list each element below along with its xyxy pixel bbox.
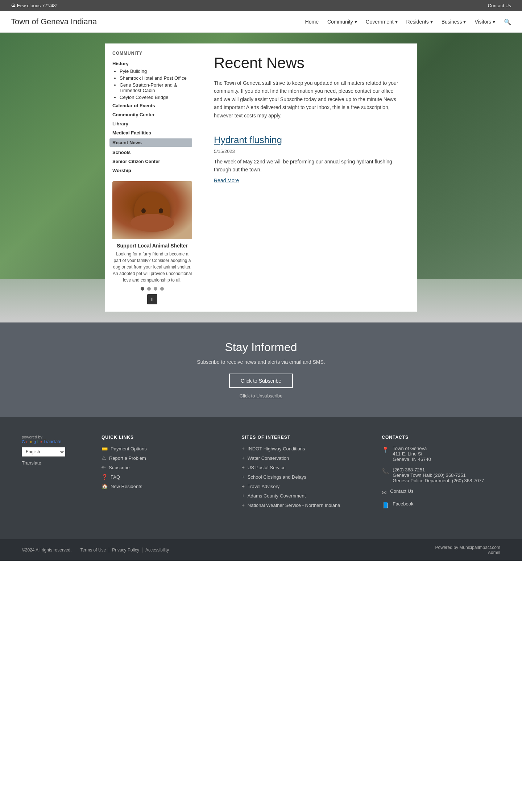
sidebar-link-medical[interactable]: Medical Facilities (112, 129, 192, 136)
footer-link-weather[interactable]: + National Weather Service - Northern In… (242, 502, 360, 508)
language-select[interactable]: English (22, 447, 65, 457)
footer-link-travel[interactable]: + Travel Advisory (242, 483, 360, 489)
terms-link[interactable]: Terms of Use (78, 547, 109, 553)
sidebar-item-community-center: Community Center (112, 111, 192, 118)
nav-community[interactable]: Community ▾ (327, 19, 357, 25)
nav-business[interactable]: Business ▾ (442, 19, 466, 25)
sidebar-link-worship[interactable]: Worship (112, 167, 192, 174)
footer-contacts: CONTACTS 📍 Town of Geneva 411 E. Line St… (382, 435, 500, 514)
sidebar-submenu-history: Pyle Building Shamrock Hotel and Post Of… (120, 68, 192, 100)
sidebar-link-shamrock[interactable]: Shamrock Hotel and Post Office (120, 75, 187, 81)
nav-home[interactable]: Home (305, 19, 319, 25)
translate-text: Translate (44, 439, 62, 444)
carousel-dot-1[interactable] (141, 287, 144, 291)
google-g-red2: e (40, 440, 42, 444)
plus-icon: + (242, 446, 245, 451)
subscribe-button[interactable]: Click to Subscribe (229, 374, 293, 388)
powered-by-municipal: Powered by MunicipalImpact.com (435, 545, 500, 550)
weather-widget: 🌤 Few clouds 77°/48° (11, 3, 58, 8)
sidebar-item-worship: Worship (112, 167, 192, 174)
sidebar-item-schools: Schools (112, 149, 192, 156)
phone-town-hall: Geneva Town Hall: (260) 368-7251 (393, 472, 484, 478)
sidebar-link-pyle[interactable]: Pyle Building (120, 68, 147, 74)
google-g-blue2: g (34, 440, 36, 444)
carousel-pause-button[interactable]: ⏸ (147, 294, 157, 304)
footer-link-report-label: Report a Problem (109, 455, 146, 461)
plus-icon: + (242, 493, 245, 499)
nav-government[interactable]: Government ▾ (366, 19, 398, 25)
sidebar: COMMUNITY History Pyle Building Shamrock… (105, 43, 199, 312)
travel-label: Travel Advisory (248, 484, 279, 489)
google-g-green: l (37, 440, 38, 444)
accessibility-link[interactable]: Accessibility (142, 547, 172, 553)
phone-icon: 📞 (382, 468, 389, 475)
sidebar-link-schools[interactable]: Schools (112, 149, 192, 156)
carousel-dot-3[interactable] (154, 287, 157, 291)
facebook-link[interactable]: Facebook (393, 501, 413, 507)
privacy-link[interactable]: Privacy Policy (109, 547, 142, 553)
contact-us-link[interactable]: Contact Us (488, 3, 511, 8)
sidebar-link-recent-news[interactable]: Recent News (109, 138, 192, 147)
google-g-red: o (26, 440, 29, 444)
sidebar-link-gene[interactable]: Gene Stratton-Porter and & Limberlost Ca… (120, 82, 177, 93)
address-name: Town of Geneva (393, 446, 431, 451)
phone-main: (260) 368-7251 (393, 467, 484, 472)
email-icon: ✉ (382, 489, 386, 496)
unsubscribe-link[interactable]: Click to Unsubscribe (11, 393, 511, 399)
news-title-hydrant[interactable]: Hydrant flushing (214, 134, 402, 146)
translate-button[interactable]: Translate (22, 460, 41, 466)
footer-link-report[interactable]: ⚠ Report a Problem (102, 455, 220, 461)
footer-link-faq[interactable]: ❓ FAQ (102, 474, 220, 480)
list-item: Pyle Building (120, 68, 192, 74)
carousel-dot-4[interactable] (160, 287, 164, 291)
plus-icon: + (242, 474, 245, 480)
list-item: Gene Stratton-Porter and & Limberlost Ca… (120, 82, 192, 93)
stay-informed-title: Stay Informed (11, 341, 511, 354)
carousel-dot-2[interactable] (147, 287, 151, 291)
plus-icon: + (242, 465, 245, 470)
sidebar-widget: Support Local Animal Shelter Looking for… (112, 181, 192, 304)
widget-title: Support Local Animal Shelter (112, 243, 192, 249)
nav-residents[interactable]: Residents ▾ (406, 19, 433, 25)
footer-link-subscribe[interactable]: ✏ Subscribe (102, 465, 220, 470)
footer-link-payment[interactable]: 💳 Payment Options (102, 446, 220, 451)
contact-address: 📍 Town of Geneva 411 E. Line St. Geneva,… (382, 446, 500, 462)
footer-link-school[interactable]: + School Closings and Delays (242, 474, 360, 480)
footer-link-new-residents-label: New Residents (111, 484, 142, 489)
admin-link[interactable]: Admin (435, 550, 500, 555)
indot-label: INDOT Highway Conditions (248, 446, 305, 451)
dog-eyes (141, 208, 163, 213)
footer-link-new-residents[interactable]: 🏠 New Residents (102, 483, 220, 489)
phone-police: Geneva Police Department: (260) 368-7077 (393, 478, 484, 483)
search-icon[interactable]: 🔍 (504, 18, 511, 25)
home-icon: 🏠 (102, 483, 108, 489)
footer-link-postal[interactable]: + US Postal Service (242, 465, 360, 470)
report-icon: ⚠ (102, 455, 106, 461)
sidebar-link-community-center[interactable]: Community Center (112, 111, 192, 118)
sidebar-item-label[interactable]: History (112, 60, 192, 67)
footer-link-faq-label: FAQ (111, 474, 120, 480)
footer-link-indot[interactable]: + INDOT Highway Conditions (242, 446, 360, 451)
footer-link-payment-label: Payment Options (111, 446, 147, 451)
footer-link-adams[interactable]: + Adams County Government (242, 493, 360, 499)
contact-email: ✉ Contact Us (382, 488, 500, 496)
sidebar-link-library[interactable]: Library (112, 120, 192, 127)
footer-link-water[interactable]: + Water Conservation (242, 455, 360, 461)
stay-informed-section: Stay Informed Subscribe to receive news … (0, 322, 522, 417)
site-header: Town of Geneva Indiana Home Community ▾ … (0, 11, 522, 33)
dog-eye-right (159, 208, 163, 213)
sidebar-link-calendar[interactable]: Calendar of Events (112, 102, 192, 109)
top-bar: 🌤 Few clouds 77°/48° Contact Us (0, 0, 522, 11)
contact-us-footer-link[interactable]: Contact Us (390, 488, 413, 494)
sidebar-link-senior[interactable]: Senior Citizen Center (112, 158, 192, 165)
read-more-link[interactable]: Read More (214, 178, 239, 183)
stay-informed-subtitle: Subscribe to receive news and alerts via… (11, 359, 511, 365)
water-label: Water Conservation (248, 455, 289, 461)
payment-icon: 💳 (102, 446, 108, 451)
nav-visitors[interactable]: Visitors ▾ (475, 19, 495, 25)
weather-label: National Weather Service - Northern Indi… (248, 503, 340, 508)
plus-icon: + (242, 455, 245, 461)
sidebar-link-ceylon[interactable]: Ceylon Covered Bridge (120, 95, 168, 100)
footer: powered by Google Translate English Tran… (0, 417, 522, 539)
news-intro: The Town of Geneva staff strive to keep … (214, 79, 402, 120)
